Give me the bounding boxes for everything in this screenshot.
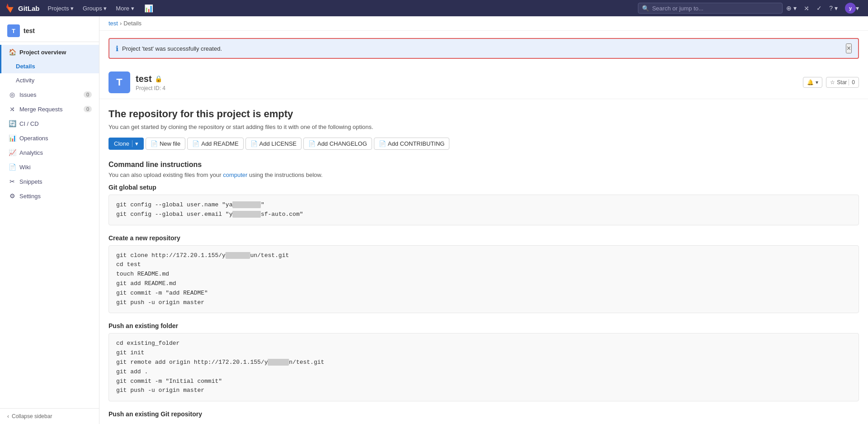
add-readme-button[interactable]: 📄 Add README	[187, 138, 243, 150]
alert-message: Project 'test' was successfully created.	[122, 45, 222, 52]
settings-icon: ⚙	[9, 192, 16, 200]
project-title-row: test 🔒	[136, 74, 165, 84]
nav-help-icon[interactable]: ? ▾	[826, 5, 841, 12]
project-name: test	[136, 74, 152, 84]
push-folder-code: cd existing_folder git init git remote a…	[108, 333, 859, 401]
new-file-button[interactable]: 📄 New file	[146, 138, 185, 150]
breadcrumb-parent[interactable]: test	[108, 20, 118, 27]
search-box[interactable]: 🔍 Search or jump to...	[638, 3, 783, 14]
project-header-left: T test 🔒 Project ID: 4	[108, 71, 165, 93]
sidebar-item-analytics[interactable]: 📈 Analytics	[0, 145, 99, 160]
nav-stats-icon[interactable]: 📊	[141, 4, 157, 13]
issues-badge: 0	[84, 91, 92, 98]
notification-dropdown-icon: ▾	[816, 79, 818, 86]
collapse-icon: ‹	[7, 413, 9, 419]
analytics-icon: 📈	[9, 149, 16, 156]
alert-info-icon: ℹ	[116, 44, 118, 53]
project-id: Project ID: 4	[136, 85, 165, 91]
sidebar-item-wiki[interactable]: 📄 Wiki	[0, 160, 99, 174]
clone-button[interactable]: Clone ▾	[108, 138, 144, 150]
nav-merge-icon[interactable]: ⤨	[800, 5, 813, 12]
nav-projects[interactable]: Projects ▾	[43, 0, 79, 16]
contributing-icon: 📄	[379, 140, 386, 147]
sidebar-item-issues[interactable]: ◎ Issues 0	[0, 87, 99, 102]
license-icon: 📄	[250, 140, 258, 147]
top-navigation: GitLab Projects ▾ Groups ▾ More ▾ 📊 🔍 Se…	[0, 0, 868, 16]
breadcrumb: test › Details	[99, 16, 868, 31]
sidebar-item-activity[interactable]: Activity	[0, 73, 99, 87]
cli-section-title: Command line instructions	[108, 161, 859, 169]
content-area: The repository for this project is empty…	[99, 99, 868, 424]
cicd-icon: 🔄	[9, 120, 16, 127]
project-avatar: T	[108, 71, 130, 93]
wiki-icon: 📄	[9, 163, 16, 171]
sidebar-project-header[interactable]: T test	[0, 20, 99, 42]
nav-plus-icon[interactable]: ⊕ ▾	[783, 5, 800, 12]
sidebar: T test 🏠 Project overview Details Activi…	[0, 16, 99, 424]
cli-section-desc: You can also upload existing files from …	[108, 172, 859, 178]
add-license-button[interactable]: 📄 Add LICENSE	[245, 138, 302, 150]
sidebar-project-name: test	[24, 27, 35, 34]
empty-repo-desc: You can get started by cloning the repos…	[108, 124, 859, 130]
sidebar-item-settings[interactable]: ⚙ Settings	[0, 189, 99, 203]
notification-button[interactable]: 🔔 ▾	[803, 77, 822, 88]
star-icon: ☆	[830, 79, 835, 86]
success-alert: ℹ Project 'test' was successfully create…	[108, 38, 859, 59]
bell-icon: 🔔	[807, 79, 814, 86]
sidebar-item-merge-requests[interactable]: ⤨ Merge Requests 0	[0, 102, 99, 116]
sidebar-item-details[interactable]: Details	[0, 59, 99, 73]
merge-icon: ⤨	[9, 105, 16, 113]
add-changelog-button[interactable]: 📄 Add CHANGELOG	[303, 138, 372, 150]
git-setup-code: git config --global user.name "ya███████…	[108, 195, 859, 225]
new-repo-title: Create a new repository	[108, 234, 859, 242]
computer-link[interactable]: computer	[223, 172, 247, 178]
nav-more[interactable]: More ▾	[111, 0, 139, 16]
star-button[interactable]: ☆ Star 0	[826, 77, 859, 88]
merge-requests-badge: 0	[84, 106, 92, 112]
empty-repo-title: The repository for this project is empty	[108, 108, 859, 120]
lock-icon: 🔒	[155, 75, 162, 82]
project-header: T test 🔒 Project ID: 4 🔔 ▾ ☆ Star	[99, 66, 868, 99]
user-avatar: y	[845, 3, 856, 14]
add-contributing-button[interactable]: 📄 Add CONTRIBUTING	[374, 138, 450, 150]
changelog-icon: 📄	[308, 140, 316, 147]
snippets-icon: ✂	[9, 178, 16, 185]
sidebar-item-snippets[interactable]: ✂ Snippets	[0, 174, 99, 189]
sidebar-item-cicd[interactable]: 🔄 CI / CD	[0, 116, 99, 131]
sidebar-section-main: 🏠 Project overview Details Activity ◎ Is…	[0, 44, 99, 204]
git-setup-title: Git global setup	[108, 184, 859, 191]
issues-icon: ◎	[9, 91, 16, 98]
push-folder-title: Push an existing folder	[108, 322, 859, 329]
new-file-icon: 📄	[151, 140, 158, 147]
project-header-actions: 🔔 ▾ ☆ Star 0	[803, 77, 859, 88]
readme-icon: 📄	[192, 140, 199, 147]
star-count: 0	[849, 79, 855, 86]
nav-groups[interactable]: Groups ▾	[78, 0, 111, 16]
main-content: test › Details ℹ Project 'test' was succ…	[99, 16, 868, 424]
operations-icon: 📊	[9, 134, 16, 142]
search-icon: 🔍	[642, 5, 649, 12]
push-git-title: Push an existing Git repository	[108, 410, 859, 418]
sidebar-project-avatar: T	[7, 24, 20, 37]
gitlab-logo[interactable]: GitLab	[5, 3, 40, 13]
clone-dropdown-arrow: ▾	[132, 140, 138, 147]
alert-close-button[interactable]: ×	[846, 43, 852, 53]
home-icon: 🏠	[9, 48, 16, 56]
sidebar-item-project-overview[interactable]: 🏠 Project overview	[0, 45, 99, 59]
new-repo-code: git clone http://172.20.1.155/y███████un…	[108, 245, 859, 314]
collapse-sidebar-button[interactable]: ‹ Collapse sidebar	[0, 408, 99, 424]
breadcrumb-separator: ›	[120, 20, 122, 27]
breadcrumb-current: Details	[123, 20, 142, 27]
action-buttons-row: Clone ▾ 📄 New file 📄 Add README 📄 Add LI…	[108, 138, 859, 150]
nav-todo-icon[interactable]: ✓	[813, 5, 826, 12]
nav-user-icon[interactable]: y ▾	[841, 3, 863, 14]
sidebar-item-operations[interactable]: 📊 Operations	[0, 131, 99, 145]
